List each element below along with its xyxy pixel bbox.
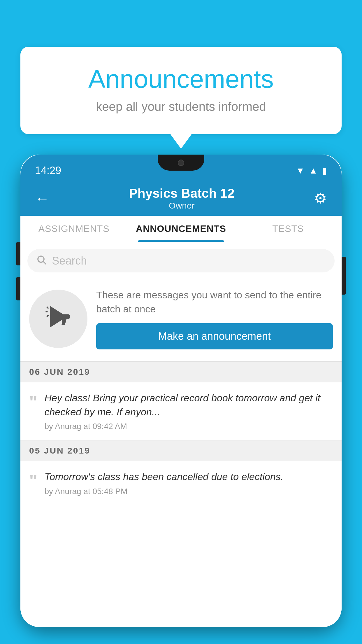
phone-notch [158,155,204,171]
make-announcement-button[interactable]: Make an announcement [96,323,333,349]
promo-right: These are messages you want to send to t… [96,288,333,349]
search-bar[interactable]: Search [27,249,335,272]
announcement-meta-1: by Anurag at 09:42 AM [44,422,333,431]
date-separator-1: 06 JUN 2019 [20,361,342,382]
quote-icon-2: " [29,472,37,490]
promo-icon-circle [29,290,87,348]
announcement-item-2[interactable]: " Tomorrow's class has been cancelled du… [20,461,342,505]
phone-side-button-left1 [16,242,20,265]
tab-tests[interactable]: TESTS [235,216,342,242]
header-subtitle: Owner [129,201,235,211]
settings-icon[interactable]: ⚙ [314,190,327,207]
svg-line-1 [43,261,46,264]
app-header: ← Physics Batch 12 Owner ⚙ [20,181,342,216]
camera-dot [178,160,184,166]
svg-line-4 [47,315,49,317]
promo-section: These are messages you want to send to t… [20,279,342,361]
announcements-subtitle: keep all your students informed [44,100,318,114]
promo-description: These are messages you want to send to t… [96,288,333,316]
phone-screen: 14:29 ▼ ▲ ▮ ← Physics Batch 12 Own [20,155,342,627]
tab-announcements[interactable]: ANNOUNCEMENTS [127,216,234,242]
search-placeholder: Search [52,255,87,267]
header-title-area: Physics Batch 12 Owner [129,186,235,211]
header-title: Physics Batch 12 [129,186,235,201]
phone-inner: 14:29 ▼ ▲ ▮ ← Physics Batch 12 Own [20,155,342,627]
phone-side-button-left2 [16,277,20,300]
status-icons: ▼ ▲ ▮ [296,166,327,176]
announcement-message-1: Hey class! Bring your practical record b… [44,391,333,419]
phone-mockup: 14:29 ▼ ▲ ▮ ← Physics Batch 12 Own [20,155,342,627]
svg-line-2 [47,307,49,309]
announcement-message-2: Tomorrow's class has been cancelled due … [44,470,333,484]
phone-container: 14:29 ▼ ▲ ▮ ← Physics Batch 12 Own [20,155,342,644]
speech-bubble: Announcements keep all your students inf… [20,47,342,134]
announcements-title: Announcements [44,64,318,94]
status-bar: 14:29 ▼ ▲ ▮ [20,155,342,181]
quote-icon-1: " [29,393,37,411]
date-separator-2: 05 JUN 2019 [20,440,342,461]
tab-assignments[interactable]: ASSIGNMENTS [20,216,127,242]
announcement-content-1: Hey class! Bring your practical record b… [44,391,333,431]
battery-icon: ▮ [322,166,327,176]
status-time: 14:29 [35,164,61,177]
tab-bar: ASSIGNMENTS ANNOUNCEMENTS TESTS [20,216,342,242]
phone-side-button-right [342,257,346,295]
wifi-icon: ▼ [296,166,305,176]
announcement-item-1[interactable]: " Hey class! Bring your practical record… [20,382,342,440]
speech-bubble-container: Announcements keep all your students inf… [20,47,342,134]
back-button[interactable]: ← [35,190,50,207]
megaphone-icon [45,303,71,335]
announcement-content-2: Tomorrow's class has been cancelled due … [44,470,333,496]
signal-icon: ▲ [309,166,318,176]
announcement-meta-2: by Anurag at 05:48 PM [44,487,333,496]
search-icon [36,254,47,267]
phone-content: Search [20,242,342,627]
